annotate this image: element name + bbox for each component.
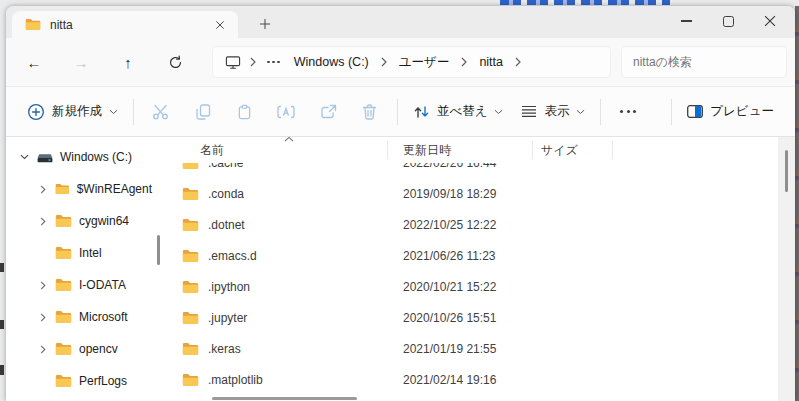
chevron-right-icon [515, 57, 521, 67]
sidebar-item-microsoft[interactable]: Microsoft [6, 301, 152, 333]
breadcrumb-item-nitta[interactable]: nitta [476, 53, 506, 71]
folder-icon [25, 18, 41, 31]
chevron-right-icon[interactable] [37, 185, 48, 194]
sidebar-item-label: Intel [79, 246, 102, 260]
more-options-button[interactable] [611, 94, 645, 130]
horizontal-scrollbar-thumb[interactable] [212, 397, 357, 400]
sort-ascending-icon [284, 136, 294, 142]
file-row[interactable]: .emacs.d 2021/06/26 11:23 [166, 240, 778, 271]
column-header-modified[interactable]: 更新日時 [388, 137, 533, 163]
sidebar-scrollbar[interactable] [152, 137, 166, 401]
cut-button[interactable] [144, 94, 178, 130]
file-row[interactable]: .jupyter 2020/10/26 15:51 [166, 302, 778, 333]
folder-icon [55, 374, 72, 388]
paste-button[interactable] [228, 94, 262, 130]
rename-button[interactable] [269, 94, 303, 130]
preview-button[interactable]: プレビュー [678, 94, 783, 130]
search-box [621, 46, 787, 78]
copy-button[interactable] [186, 94, 220, 130]
chevron-down-icon[interactable] [19, 154, 30, 160]
view-button[interactable]: 表示 [512, 94, 594, 130]
file-list-scrollbar-thumb[interactable] [785, 150, 788, 192]
sidebar-item-cygwin64[interactable]: cygwin64 [6, 205, 152, 237]
search-input[interactable] [622, 55, 786, 69]
sort-button-label: 並べ替え [437, 103, 488, 120]
window-controls [665, 6, 791, 36]
toolbar-separator [600, 99, 601, 125]
folder-icon [182, 342, 199, 356]
tab-close-icon[interactable] [211, 16, 229, 34]
maximize-button[interactable] [707, 6, 749, 36]
sidebar-item-label: PerfLogs [79, 374, 127, 388]
chevron-right-icon [461, 57, 467, 67]
refresh-button[interactable] [157, 45, 193, 79]
chevron-right-icon[interactable] [37, 345, 48, 354]
file-row[interactable]: .conda 2019/09/18 18:29 [166, 178, 778, 209]
column-header-spacer [613, 137, 795, 163]
sidebar-item-windows-c[interactable]: Windows (C:) [6, 141, 152, 173]
file-row[interactable]: .dotnet 2022/10/25 12:22 [166, 209, 778, 240]
breadcrumb-overflow-button[interactable] [265, 61, 282, 64]
chevron-right-icon[interactable] [37, 281, 48, 290]
close-icon [764, 15, 776, 27]
sidebar-item-winreagent[interactable]: $WinREAgent [6, 173, 152, 205]
sidebar-item-opencv[interactable]: opencv [6, 333, 152, 365]
content-area: Windows (C:) $WinREAgent cygwin64 Intel [6, 137, 795, 401]
background-window-fragment [0, 263, 4, 272]
plus-icon [259, 18, 271, 30]
chevron-down-icon [109, 109, 118, 115]
view-icon [521, 105, 537, 118]
file-row[interactable]: .keras 2021/01/19 21:55 [166, 333, 778, 364]
plus-circle-icon [27, 103, 45, 121]
sidebar-item-label: $WinREAgent [77, 182, 152, 196]
background-window-fragment [0, 320, 4, 329]
back-button[interactable]: ← [16, 45, 52, 79]
new-tab-button[interactable] [252, 12, 278, 36]
chevron-right-icon [381, 57, 387, 67]
sidebar-scrollbar-thumb[interactable] [157, 235, 160, 265]
maximize-icon [723, 16, 734, 27]
sidebar-item-label: cygwin64 [79, 214, 129, 228]
navigation-pane: Windows (C:) $WinREAgent cygwin64 Intel [6, 137, 152, 401]
new-button[interactable]: 新規作成 [18, 94, 127, 130]
chevron-right-icon[interactable] [37, 217, 48, 226]
folder-icon [182, 249, 199, 263]
folder-icon [182, 163, 199, 170]
file-list: 名前 更新日時 サイズ .cache 2022/02/26 16:44 .con… [166, 137, 795, 401]
folder-icon [55, 278, 72, 292]
file-row[interactable]: .matplotlib 2021/02/14 19:16 [166, 364, 778, 395]
column-header-name[interactable]: 名前 [166, 137, 388, 163]
file-list-scrollbar[interactable] [778, 137, 795, 401]
forward-button[interactable]: → [63, 45, 99, 79]
chevron-right-icon [250, 57, 256, 67]
file-row[interactable]: .ipython 2020/10/21 15:22 [166, 271, 778, 302]
share-button[interactable] [311, 94, 345, 130]
chevron-down-icon [576, 109, 585, 115]
tab-nitta[interactable]: nitta [12, 11, 238, 38]
command-bar: 新規作成 [6, 86, 795, 137]
this-pc-icon[interactable] [225, 55, 241, 70]
folder-icon [55, 246, 72, 260]
drive-icon [37, 149, 53, 165]
sort-button[interactable]: 並べ替え [404, 94, 513, 130]
file-rows: .cache 2022/02/26 16:44 .conda 2019/09/1… [166, 163, 778, 401]
sidebar-item-perflogs[interactable]: PerfLogs [6, 365, 152, 397]
sidebar-item-iodata[interactable]: I-ODATA [6, 269, 152, 301]
folder-icon [182, 218, 199, 232]
column-header-size[interactable]: サイズ [533, 137, 613, 163]
preview-button-label: プレビュー [710, 103, 774, 120]
close-button[interactable] [749, 6, 791, 36]
breadcrumb[interactable]: Windows (C:) ユーザー nitta [212, 46, 611, 78]
up-button[interactable]: ↑ [110, 45, 146, 79]
chevron-right-icon[interactable] [37, 313, 48, 322]
toolbar-separator [133, 99, 134, 125]
sidebar-item-intel[interactable]: Intel [6, 237, 152, 269]
minimize-button[interactable] [665, 6, 707, 36]
folder-icon [55, 214, 72, 228]
delete-button[interactable] [353, 94, 387, 130]
file-row[interactable]: .cache 2022/02/26 16:44 [166, 163, 778, 178]
folder-icon [182, 373, 199, 387]
toolbar-separator [397, 99, 398, 125]
breadcrumb-item-users[interactable]: ユーザー [396, 52, 453, 73]
breadcrumb-item-drive[interactable]: Windows (C:) [291, 53, 372, 71]
